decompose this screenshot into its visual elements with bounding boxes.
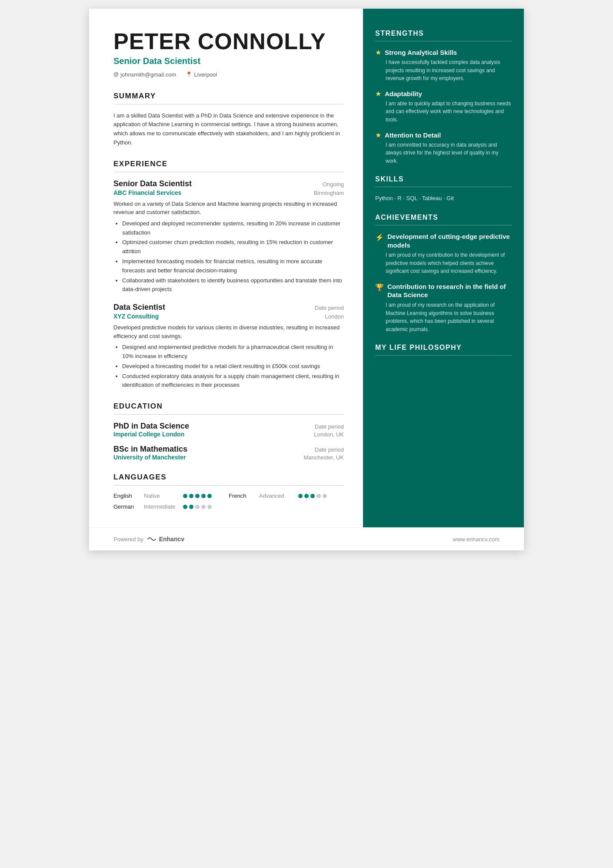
job-2-company: XYZ Consulting: [113, 313, 159, 320]
right-column: STRENGTHS ★ Strong Analytical Skills I h…: [363, 9, 524, 527]
lang-english-name: English: [113, 493, 140, 499]
dot: [323, 494, 327, 498]
email-icon: @: [113, 71, 119, 77]
footer-left: Powered by Enhancv: [113, 536, 184, 543]
edu-1-degree: PhD in Data Science: [113, 422, 189, 431]
strength-3: ★ Attention to Detail I am committed to …: [375, 131, 512, 165]
job-2-date: Date period: [315, 305, 344, 311]
languages-divider: [113, 485, 344, 486]
contact-info: @ johnsmith@gmail.com 📍 Liverpool: [113, 71, 344, 78]
strength-3-desc: I am committed to accuracy in data analy…: [375, 141, 512, 165]
job-1: Senior Data Scientist Ongoing ABC Financ…: [113, 179, 344, 294]
job-2-desc: Developed predictive models for various …: [113, 323, 344, 340]
philosophy-divider: [375, 355, 512, 355]
edu-2-date: Date period: [315, 446, 344, 453]
philosophy-title: MY LIFE PHILOSOPHY: [375, 344, 512, 352]
job-2-bullets: Designed and implemented predictive mode…: [113, 343, 344, 390]
skills-section: SKILLS Python · R · SQL · Tableau · Git: [375, 175, 512, 203]
location-value: Liverpool: [194, 71, 217, 78]
enhancv-logo: Enhancv: [147, 536, 184, 543]
job-1-bullet-2: Optimized customer churn prediction mode…: [122, 238, 344, 256]
job-2-bullet-3: Conducted exploratory data analysis for …: [122, 372, 344, 390]
lang-german-name: German: [113, 503, 140, 510]
strength-3-title: Attention to Detail: [385, 131, 441, 139]
dot: [189, 494, 193, 498]
languages-section: LANGUAGES English Native: [113, 473, 344, 510]
languages-grid: English Native French Advanced: [113, 493, 344, 510]
education-title: EDUCATION: [113, 402, 344, 411]
strength-2-desc: I am able to quickly adapt to changing b…: [375, 100, 512, 124]
footer-website: www.enhancv.com: [453, 536, 500, 543]
summary-title: SUMMARY: [113, 92, 344, 101]
strengths-section: STRENGTHS ★ Strong Analytical Skills I h…: [375, 30, 512, 165]
languages-title: LANGUAGES: [113, 473, 344, 482]
strength-1-desc: I have successfully tackled complex data…: [375, 58, 512, 83]
powered-by-label: Powered by: [113, 536, 143, 543]
job-1-location: Birmingham: [314, 190, 344, 196]
lang-english-level: Native: [144, 493, 179, 499]
lang-german: German Intermediate: [113, 503, 229, 510]
summary-text: I am a skilled Data Scientist with a PhD…: [113, 111, 344, 147]
location-icon: 📍: [186, 71, 192, 77]
achievement-2-icon: 🏆: [375, 283, 384, 292]
job-1-date: Ongoing: [323, 181, 344, 188]
edu-2: BSc in Mathematics Date period Universit…: [113, 445, 344, 461]
job-2-location: London: [325, 313, 344, 320]
education-divider: [113, 414, 344, 415]
job-title: Senior Data Scientist: [113, 56, 344, 66]
experience-divider: [113, 172, 344, 172]
experience-section: EXPERIENCE Senior Data Scientist Ongoing…: [113, 160, 344, 390]
job-1-bullet-3: Implemented forecasting models for finan…: [122, 257, 344, 275]
skills-title: SKILLS: [375, 175, 512, 183]
email-value: johnsmith@gmail.com: [120, 71, 176, 78]
job-2-bullet-2: Developed a forecasting model for a reta…: [122, 362, 344, 371]
strengths-divider: [375, 41, 512, 41]
location-contact: 📍 Liverpool: [186, 71, 217, 78]
strength-2-icon: ★: [375, 90, 381, 98]
edu-2-degree: BSc in Mathematics: [113, 445, 187, 454]
skills-divider: [375, 187, 512, 187]
dot: [189, 505, 193, 509]
dot: [298, 494, 303, 498]
achievements-section: ACHIEVEMENTS ⚡ Development of cutting-ed…: [375, 214, 512, 333]
strength-2: ★ Adaptability I am able to quickly adap…: [375, 90, 512, 124]
edu-1-date: Date period: [315, 423, 344, 430]
achievement-1-desc: I am proud of my contribution to the dev…: [375, 251, 512, 275]
lang-french-dots: [298, 494, 327, 498]
lang-german-level: Intermediate: [144, 503, 179, 510]
email-contact: @ johnsmith@gmail.com: [113, 71, 176, 78]
dot: [201, 505, 206, 509]
edu-1-location: London, UK: [314, 431, 344, 438]
name: PETER CONNOLLY: [113, 30, 344, 54]
experience-title: EXPERIENCE: [113, 160, 344, 168]
summary-divider: [113, 104, 344, 104]
strength-3-icon: ★: [375, 131, 381, 139]
lang-french: French Advanced: [229, 493, 344, 499]
enhancv-logo-icon: [147, 536, 157, 543]
strength-1-title: Strong Analytical Skills: [385, 49, 457, 56]
strength-1-icon: ★: [375, 48, 381, 57]
achievement-2-title: Contribution to research in the field of…: [387, 282, 512, 299]
dot: [304, 494, 309, 498]
job-1-desc: Worked on a variety of Data Science and …: [113, 200, 344, 217]
strength-1: ★ Strong Analytical Skills I have succes…: [375, 48, 512, 83]
footer: Powered by Enhancv www.enhancv.com: [89, 527, 524, 550]
dot: [207, 505, 212, 509]
dot: [195, 494, 200, 498]
summary-section: SUMMARY I am a skilled Data Scientist wi…: [113, 92, 344, 147]
achievements-divider: [375, 225, 512, 225]
job-1-bullet-4: Collaborated with stakeholders to identi…: [122, 276, 344, 295]
job-1-bullet-1: Developed and deployed recommender syste…: [122, 219, 344, 238]
brand-name: Enhancv: [159, 536, 184, 543]
lang-french-level: Advanced: [259, 493, 294, 499]
skills-list: Python · R · SQL · Tableau · Git: [375, 194, 512, 203]
dot: [183, 505, 187, 509]
edu-1-school: Imperial College London: [113, 431, 184, 438]
achievement-1-title: Development of cutting-edge predictive m…: [387, 232, 512, 249]
left-column: PETER CONNOLLY Senior Data Scientist @ j…: [89, 9, 363, 527]
job-1-title: Senior Data Scientist: [113, 179, 192, 188]
edu-1: PhD in Data Science Date period Imperial…: [113, 422, 344, 438]
job-1-company: ABC Financial Services: [113, 189, 181, 196]
dot: [207, 494, 212, 498]
job-2-title: Data Scientist: [113, 303, 165, 312]
